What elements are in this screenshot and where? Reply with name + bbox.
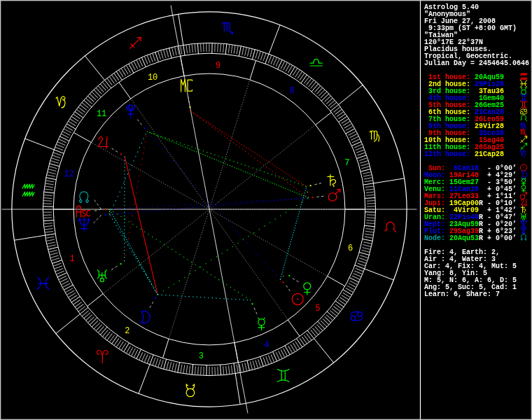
svg-text:20Aqu53: 20Aqu53 xyxy=(449,234,479,242)
svg-text:+ 0°00’: + 0°00’ xyxy=(487,234,517,242)
svg-text:Node:: Node: xyxy=(424,234,445,242)
svg-text:12th house:: 12th house: xyxy=(424,150,470,158)
svg-text:12: 12 xyxy=(64,169,74,179)
svg-text:Learn: 6, Share: 7: Learn: 6, Share: 7 xyxy=(424,290,500,298)
svg-text:21Cap28: 21Cap28 xyxy=(475,150,504,158)
svg-text:4: 4 xyxy=(264,340,269,350)
svg-text:R: R xyxy=(479,234,483,242)
svg-text:10: 10 xyxy=(148,73,158,83)
svg-text:5: 5 xyxy=(315,304,320,314)
svg-text:R: R xyxy=(479,200,483,207)
svg-text:2: 2 xyxy=(125,326,130,336)
svg-text:3: 3 xyxy=(199,351,204,361)
svg-text:7: 7 xyxy=(344,158,349,168)
svg-text:8: 8 xyxy=(289,86,294,96)
svg-text:6: 6 xyxy=(348,244,353,253)
svg-text:Julian Day = 2454645.0646: Julian Day = 2454645.0646 xyxy=(424,59,529,67)
svg-text:1: 1 xyxy=(70,254,75,264)
svg-text:11: 11 xyxy=(97,109,106,119)
svg-text:9: 9 xyxy=(216,61,220,71)
